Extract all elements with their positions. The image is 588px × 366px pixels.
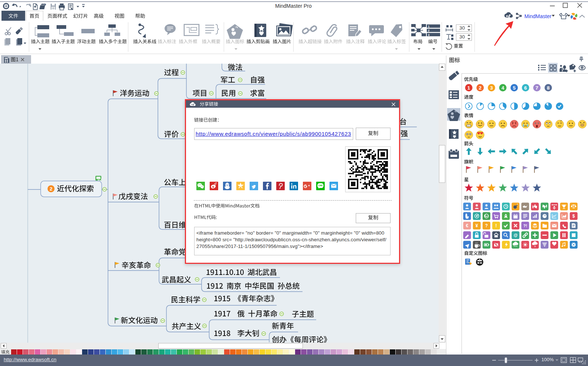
svg-text:4: 4: [501, 85, 504, 91]
svg-text:1: 1: [467, 85, 470, 91]
svg-text:2: 2: [50, 186, 53, 192]
svg-text:¥: ¥: [476, 223, 478, 228]
svg-text:7: 7: [535, 85, 538, 91]
svg-text:€: €: [466, 223, 469, 228]
svg-text:!: !: [496, 223, 497, 228]
svg-text:@: @: [514, 233, 518, 237]
svg-text:?!: ?!: [523, 224, 527, 228]
svg-text:2: 2: [479, 85, 482, 91]
svg-text:6: 6: [524, 85, 527, 91]
svg-text:3: 3: [428, 33, 430, 37]
svg-text:3: 3: [490, 85, 493, 91]
svg-text:8: 8: [547, 85, 550, 91]
svg-text:1: 1: [428, 25, 430, 28]
svg-text:?: ?: [485, 223, 488, 228]
svg-text:5: 5: [513, 85, 516, 91]
svg-text:$: $: [572, 214, 575, 219]
svg-text:LINE: LINE: [318, 184, 323, 187]
svg-text:2: 2: [428, 29, 430, 32]
